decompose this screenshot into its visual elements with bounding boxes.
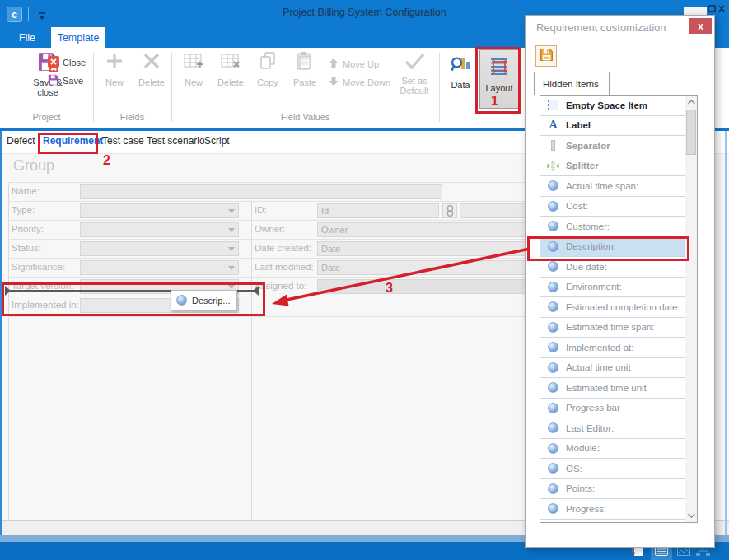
priority-dropdown[interactable] bbox=[80, 222, 239, 237]
row-line bbox=[8, 239, 527, 240]
table-x-icon bbox=[220, 51, 241, 75]
save-button[interactable]: Save bbox=[48, 74, 83, 87]
field-sphere-icon bbox=[546, 282, 560, 292]
column-divider bbox=[251, 201, 252, 521]
delete-field-button[interactable]: Delete bbox=[133, 51, 170, 87]
assigned-to-field[interactable] bbox=[317, 279, 527, 294]
list-item[interactable]: ALabel bbox=[540, 116, 685, 137]
panel-save-button[interactable] bbox=[535, 45, 557, 67]
scroll-up-icon[interactable] bbox=[685, 96, 697, 109]
status-label: Status: bbox=[12, 243, 41, 253]
window-left-border bbox=[0, 131, 2, 535]
app-window: c Project Billing System Configuration F… bbox=[0, 0, 729, 560]
list-item[interactable]: Estimated time span: bbox=[540, 318, 685, 338]
id-extra-field[interactable] bbox=[460, 203, 527, 218]
tab-defect[interactable]: Defect bbox=[7, 135, 35, 147]
form-border bbox=[8, 182, 9, 521]
chevron-down-icon bbox=[225, 243, 237, 254]
tab-template[interactable]: Template bbox=[51, 27, 105, 48]
tab-script[interactable]: Script bbox=[204, 135, 230, 147]
tab-file[interactable]: File bbox=[8, 27, 46, 48]
new-value-button[interactable]: New bbox=[176, 51, 211, 87]
chevron-down-icon bbox=[225, 205, 237, 217]
list-item[interactable]: Empty Space Item bbox=[540, 96, 685, 116]
field-sphere-icon bbox=[546, 342, 560, 352]
row-line bbox=[8, 316, 527, 317]
new-field-button[interactable]: New bbox=[97, 51, 132, 87]
new-field-label: New bbox=[105, 77, 124, 88]
annotation-box-2 bbox=[38, 133, 98, 154]
list-item[interactable]: Progress bar bbox=[540, 399, 685, 419]
list-item[interactable]: Customer: bbox=[540, 217, 685, 237]
list-item[interactable]: Splitter bbox=[540, 156, 685, 177]
list-item[interactable]: Actual time span: bbox=[540, 176, 685, 197]
date-created-field[interactable]: Date bbox=[317, 241, 527, 256]
move-up-icon bbox=[328, 58, 339, 70]
status-dropdown[interactable] bbox=[80, 241, 239, 256]
row-line bbox=[8, 201, 527, 202]
field-sphere-icon bbox=[546, 382, 560, 393]
list-item[interactable]: Estimated time unit bbox=[540, 378, 685, 399]
row-line bbox=[8, 220, 527, 221]
link-icon[interactable] bbox=[442, 203, 457, 218]
panel-close-button[interactable]: x bbox=[689, 18, 712, 34]
tab-test-case[interactable]: Test case bbox=[102, 135, 144, 147]
tab-test-scenario[interactable]: Test scenario bbox=[147, 135, 205, 147]
list-item[interactable]: Cost: bbox=[540, 197, 685, 217]
x-icon bbox=[142, 51, 161, 75]
background-window-fragment bbox=[684, 7, 707, 15]
owner-field[interactable]: Owner bbox=[317, 222, 527, 237]
name-field[interactable] bbox=[80, 184, 442, 199]
list-item[interactable]: Points: bbox=[540, 479, 685, 500]
close-button[interactable]: Close bbox=[48, 56, 86, 69]
group-title: Group bbox=[13, 157, 54, 175]
field-sphere-icon bbox=[546, 503, 560, 514]
type-dropdown[interactable] bbox=[80, 203, 239, 218]
priority-label: Priority: bbox=[12, 224, 44, 234]
field-sphere-icon bbox=[546, 221, 560, 231]
copy-button[interactable]: Copy bbox=[250, 51, 285, 87]
field-sphere-icon bbox=[546, 301, 560, 312]
list-item[interactable]: Implemented at: bbox=[540, 338, 685, 358]
field-sphere-icon bbox=[546, 322, 560, 333]
annotation-number-2: 2 bbox=[103, 153, 110, 168]
group-caption-fields: Fields bbox=[93, 112, 171, 122]
annotation-number-3: 3 bbox=[386, 281, 393, 296]
move-up-button[interactable]: Move Up bbox=[328, 58, 379, 70]
list-scrollbar[interactable] bbox=[685, 96, 697, 522]
data-view-button[interactable]: Data bbox=[443, 49, 478, 109]
delete-value-button[interactable]: Delete bbox=[213, 51, 249, 87]
list-item[interactable]: Separator bbox=[540, 136, 685, 156]
field-sphere-icon bbox=[546, 422, 560, 433]
list-item[interactable]: Progress: bbox=[540, 499, 685, 520]
field-sphere-icon bbox=[546, 403, 560, 413]
list-item[interactable]: Module: bbox=[540, 439, 685, 460]
scrollbar-thumb[interactable] bbox=[686, 110, 696, 155]
significance-dropdown[interactable] bbox=[80, 260, 239, 275]
annotation-box-description bbox=[527, 236, 689, 261]
move-down-button[interactable]: Move Down bbox=[328, 76, 390, 88]
list-item[interactable]: Actual time unit bbox=[540, 358, 685, 379]
data-label: Data bbox=[451, 80, 470, 90]
list-item[interactable]: OS: bbox=[540, 459, 685, 479]
last-modified-label: Last modified: bbox=[255, 262, 314, 272]
id-field[interactable]: Id bbox=[317, 203, 439, 218]
scroll-down-icon[interactable] bbox=[685, 509, 697, 522]
list-item[interactable]: Environment: bbox=[540, 278, 685, 298]
move-down-icon bbox=[328, 76, 339, 88]
field-sphere-icon bbox=[546, 443, 560, 454]
data-icon bbox=[450, 54, 471, 77]
list-item[interactable]: Last Editor: bbox=[540, 418, 685, 439]
tab-hidden-items[interactable]: Hidden Items bbox=[534, 72, 610, 95]
chevron-down-icon bbox=[225, 224, 237, 236]
list-item[interactable]: Estimated completion date: bbox=[540, 297, 685, 318]
last-modified-field[interactable]: Date bbox=[317, 260, 527, 275]
chevron-down-icon bbox=[225, 262, 237, 273]
copy-label: Copy bbox=[257, 77, 278, 88]
set-as-default-button[interactable]: Set as Default bbox=[394, 51, 435, 96]
separator-icon bbox=[546, 140, 560, 151]
field-sphere-icon bbox=[546, 463, 560, 474]
type-label: Type: bbox=[12, 205, 35, 215]
id-label: ID: bbox=[255, 205, 267, 215]
paste-button[interactable]: Paste bbox=[287, 51, 323, 87]
